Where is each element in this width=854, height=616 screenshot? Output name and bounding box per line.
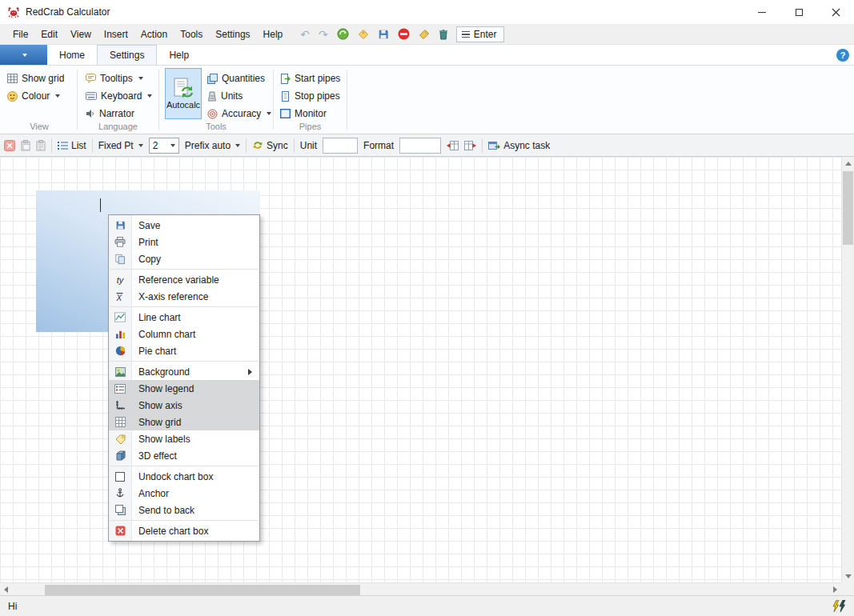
menu-insert[interactable]: Insert <box>98 24 134 45</box>
prefix-dropdown[interactable]: Prefix auto <box>185 140 240 151</box>
unit-input[interactable] <box>323 138 358 154</box>
menu-item-delete-chart-box[interactable]: Delete chart box <box>109 522 259 539</box>
tab-settings[interactable]: Settings <box>97 45 157 65</box>
save-icon[interactable] <box>378 29 389 40</box>
table-arrow-right-icon[interactable] <box>464 141 476 150</box>
narrator-button[interactable]: Narrator <box>83 106 137 122</box>
ribbon-group-label-language: Language <box>78 122 158 131</box>
menu-item-undock-chart-box[interactable]: Undock chart box <box>109 468 259 485</box>
tag-icon[interactable] <box>358 29 369 40</box>
menu-file[interactable]: File <box>6 24 34 45</box>
keyboard-button[interactable]: Keyboard <box>83 88 154 104</box>
ribbon-group-label-pipes: Pipes <box>275 122 346 131</box>
redo-icon[interactable]: ↷ <box>319 29 328 40</box>
stop-icon[interactable] <box>398 28 410 40</box>
menu-view[interactable]: View <box>64 24 98 45</box>
application-menu-tab[interactable] <box>0 45 47 65</box>
menu-item-send-to-back[interactable]: Send to back <box>109 502 259 518</box>
menu-help[interactable]: Help <box>257 24 290 45</box>
menu-item-save[interactable]: Save <box>109 217 259 234</box>
menu-settings[interactable]: Settings <box>209 24 256 45</box>
svg-text:X: X <box>116 294 122 302</box>
delete-x-icon[interactable] <box>4 140 15 151</box>
scroll-up-button[interactable] <box>842 157 854 170</box>
menu-item-3d-effect[interactable]: 3D effect <box>109 447 259 464</box>
ribbon: Show grid Colour View Tooltips Keyboard … <box>0 66 854 134</box>
menu-item-pie-chart[interactable]: Pie chart <box>109 342 259 359</box>
colour-button[interactable]: Colour <box>5 88 62 104</box>
menu-item-column-chart-label: Column chart <box>138 329 195 340</box>
menu-item-show-labels[interactable]: Show labels <box>109 430 259 447</box>
stop-pipes-label: Stop pipes <box>295 90 340 102</box>
list-button[interactable]: List <box>58 140 86 151</box>
start-pipes-button[interactable]: Start pipes <box>278 70 343 86</box>
label-icon[interactable] <box>419 29 430 40</box>
sync-button[interactable]: Sync <box>252 140 288 151</box>
start-pipes-label: Start pipes <box>295 73 340 84</box>
fixed-pt-label: Fixed Pt <box>98 140 134 151</box>
menu-item-column-chart[interactable]: Column chart <box>109 326 259 342</box>
enter-button[interactable]: Enter <box>456 26 505 42</box>
scroll-right-button[interactable] <box>829 583 841 596</box>
save-icon <box>109 220 131 230</box>
delete-red-x-icon <box>109 526 131 536</box>
close-button[interactable] <box>817 0 854 24</box>
menu-item-show-axis[interactable]: Show axis <box>109 397 259 414</box>
paste-special-icon[interactable] <box>36 140 46 151</box>
horizontal-scroll-thumb[interactable] <box>45 585 360 595</box>
show-grid-button[interactable]: Show grid <box>5 70 66 86</box>
menu-edit[interactable]: Edit <box>34 24 64 45</box>
scroll-down-button[interactable] <box>842 570 854 582</box>
monitor-button[interactable]: Monitor <box>278 106 329 122</box>
minimize-button[interactable] <box>744 0 780 24</box>
target-icon <box>207 109 218 119</box>
menu-item-reference-variable[interactable]: ty Reference variable <box>109 271 259 288</box>
fixed-pt-dropdown[interactable]: Fixed Pt <box>98 140 143 151</box>
menu-item-line-chart[interactable]: Line chart <box>109 309 259 326</box>
menu-item-x-axis-reference[interactable]: X X-axis reference <box>109 288 259 305</box>
tooltips-button[interactable]: Tooltips <box>83 70 146 86</box>
tab-help[interactable]: Help <box>157 45 201 65</box>
menu-item-anchor[interactable]: Anchor <box>109 485 259 502</box>
vertical-scrollbar[interactable] <box>841 157 854 582</box>
menu-item-print[interactable]: Print <box>109 234 259 250</box>
status-text: Hi <box>8 601 17 612</box>
accuracy-button[interactable]: Accuracy <box>205 106 274 122</box>
autocalc-button[interactable]: Autocalc <box>165 68 202 119</box>
menu-item-copy[interactable]: Copy <box>109 250 259 267</box>
menu-action[interactable]: Action <box>134 24 174 45</box>
update-icon[interactable] <box>337 28 349 40</box>
format-input[interactable] <box>399 138 441 154</box>
window-title: RedCrab Calculator <box>26 6 110 18</box>
async-task-button[interactable]: Async task <box>488 140 550 151</box>
menu-tools[interactable]: Tools <box>174 24 209 45</box>
toolbar-separator <box>246 138 247 153</box>
horizontal-scrollbar[interactable] <box>0 582 841 595</box>
ribbon-tab-row: Home Settings Help ? <box>0 45 854 66</box>
toolbar-separator <box>92 138 93 153</box>
menu-item-show-grid[interactable]: Show grid <box>109 414 259 430</box>
maximize-button[interactable] <box>780 0 817 24</box>
chevron-down-icon <box>235 144 240 147</box>
menu-item-background[interactable]: Background <box>109 363 259 380</box>
scroll-left-button[interactable] <box>0 583 12 596</box>
units-button[interactable]: Units <box>205 88 245 104</box>
help-button[interactable]: ? <box>836 49 849 62</box>
quantities-button[interactable]: Quantities <box>205 70 267 86</box>
menu-item-show-legend[interactable]: Show legend <box>109 380 259 397</box>
trash-icon[interactable] <box>439 29 448 40</box>
precision-combobox[interactable]: 2 <box>149 138 179 154</box>
table-arrow-left-icon[interactable] <box>447 141 459 150</box>
menu-toolbar-icons: ↶ ↷ <box>300 28 447 40</box>
vertical-scroll-thumb[interactable] <box>843 171 853 245</box>
paste-icon[interactable] <box>21 140 30 151</box>
flash-sync-icon[interactable] <box>832 600 846 613</box>
chevron-down-icon <box>55 94 60 98</box>
title-bar: RedCrab Calculator <box>0 0 854 24</box>
stop-pipes-button[interactable]: Stop pipes <box>278 88 343 104</box>
ribbon-group-label-view: View <box>2 122 77 131</box>
tab-home[interactable]: Home <box>47 45 97 65</box>
undo-icon[interactable]: ↶ <box>300 29 310 40</box>
menu-separator <box>110 269 259 270</box>
status-bar: Hi <box>0 595 854 616</box>
